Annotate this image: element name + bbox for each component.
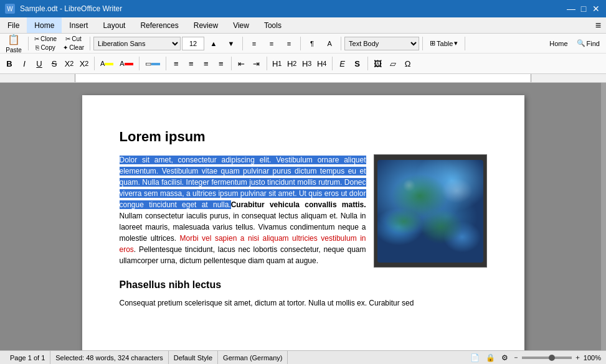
bullet-list-button[interactable]: ≡: [246, 35, 262, 52]
status-icon-lock[interactable]: 🔒: [484, 353, 497, 362]
align-left-button[interactable]: ≡: [169, 57, 183, 70]
heading2-button[interactable]: H2: [285, 57, 299, 70]
heading1-button[interactable]: H1: [270, 57, 284, 70]
menu-tools[interactable]: Tools: [257, 17, 289, 33]
special-char-button[interactable]: Ω: [401, 57, 415, 70]
document-heading2: Phasellus nibh lectus: [120, 278, 487, 292]
menu-insert[interactable]: Insert: [62, 17, 95, 33]
separator: [166, 57, 166, 70]
strong-button[interactable]: S: [351, 57, 364, 70]
vertical-scrollbar[interactable]: [601, 83, 606, 350]
align-center-button[interactable]: ≡: [184, 57, 198, 70]
separator: [267, 57, 267, 70]
titlebar-left: W Sample.odt - LibreOffice Writer: [5, 4, 122, 14]
minimize-button[interactable]: —: [566, 4, 576, 14]
paragraph-style-select[interactable]: Text Body: [344, 37, 419, 50]
separator: [139, 57, 140, 70]
home-button[interactable]: Home: [546, 35, 571, 52]
strikethrough-button[interactable]: S: [47, 57, 61, 70]
ruler-inner: [75, 74, 531, 82]
para2-text: Consequat pretium scelerisque sit amet, …: [120, 299, 414, 307]
font-color-button[interactable]: A: [117, 57, 135, 70]
font-name-select[interactable]: Liberation Sans: [93, 37, 181, 50]
highlight-color-button[interactable]: A: [98, 57, 116, 70]
increase-font-button[interactable]: ▲: [206, 35, 222, 52]
underline-button[interactable]: U: [32, 57, 46, 70]
insert-frame-button[interactable]: ▱: [386, 57, 400, 70]
window-controls[interactable]: — □ ✕: [566, 4, 601, 14]
toolbar-right: Home 🔍 Find: [546, 35, 604, 52]
document-heading1: Lorem ipsum: [120, 126, 487, 147]
bold-button[interactable]: B: [2, 57, 16, 70]
app-icon: W: [5, 4, 15, 14]
content-block: Dolor sit amet, consectetur adipiscing e…: [120, 154, 487, 268]
page-info: Page 1 of 1: [5, 351, 50, 364]
menu-file[interactable]: File: [0, 17, 27, 33]
numbered-list-button[interactable]: ≡: [263, 35, 280, 52]
heading4-button[interactable]: H4: [315, 57, 329, 70]
text-after-red: . Pellentesque tincidunt, lacus nec lobo…: [120, 245, 366, 265]
style-info: Default Style: [169, 351, 218, 364]
menu-view[interactable]: View: [225, 17, 257, 33]
menu-layout[interactable]: Layout: [95, 17, 133, 33]
menu-review[interactable]: Review: [186, 17, 225, 33]
table-button[interactable]: ⊞ Table▾: [426, 35, 462, 52]
menu-references[interactable]: References: [133, 17, 186, 33]
emphasis-button[interactable]: E: [336, 57, 349, 70]
zoom-in-button[interactable]: ＋: [574, 353, 581, 362]
zoom-level: 100%: [584, 354, 601, 362]
align-right-button[interactable]: ≡: [199, 57, 213, 70]
eraser-icon: ✦: [63, 44, 68, 51]
cut-button[interactable]: ✂ Cut: [60, 35, 87, 43]
separator: [422, 37, 423, 50]
window-title: Sample.odt - LibreOffice Writer: [20, 4, 122, 13]
document-area[interactable]: Lorem ipsum Dolor sit amet, consectetur …: [0, 83, 606, 350]
background-color-button[interactable]: ▭: [143, 57, 163, 70]
status-icon-doc[interactable]: 📄: [468, 353, 481, 362]
toolbar-row2: B I U S X2 X2 A A ▭ ≡ ≡ ≡ ≡ ⇤ ⇥ H1 H2 H3…: [0, 54, 606, 73]
maximize-button[interactable]: □: [579, 4, 589, 14]
find-icon: 🔍: [577, 39, 585, 47]
menubar: File Home Insert Layout References Revie…: [0, 17, 606, 34]
separator: [465, 37, 465, 50]
char-format-button[interactable]: A: [321, 35, 338, 52]
indent-increase-button[interactable]: ⇥: [250, 57, 263, 70]
outline-list-button[interactable]: ≡: [281, 35, 297, 52]
ruler: [0, 74, 606, 83]
earth-image-container: [374, 154, 487, 268]
subscript-button[interactable]: X2: [62, 57, 76, 70]
titlebar: W Sample.odt - LibreOffice Writer — □ ✕: [0, 0, 606, 17]
zoom-out-button[interactable]: －: [513, 353, 519, 362]
superscript-button[interactable]: X2: [77, 57, 91, 70]
decrease-font-button[interactable]: ▼: [223, 35, 239, 52]
bold-text: Curabitur vehicula convallis mattis.: [231, 200, 366, 209]
align-justify-button[interactable]: ≡: [214, 57, 228, 70]
zoom-controls: － ＋ 100%: [513, 353, 601, 362]
separator: [94, 57, 95, 70]
indent-decrease-button[interactable]: ⇤: [235, 57, 249, 70]
separator: [242, 37, 243, 50]
copy-button[interactable]: ⎘ Copy: [32, 44, 59, 52]
clear-button[interactable]: ✦ Clear: [60, 44, 87, 52]
clone-button[interactable]: ✂ Clone: [32, 35, 59, 43]
separator: [28, 37, 29, 50]
earth-image: [377, 160, 483, 263]
sidebar-toggle-button[interactable]: ≡: [590, 17, 606, 34]
status-icon-gear[interactable]: ⚙: [499, 353, 510, 362]
menu-home[interactable]: Home: [27, 17, 62, 33]
heading3-button[interactable]: H3: [300, 57, 314, 70]
paste-button[interactable]: 📋 Paste: [2, 35, 25, 52]
italic-button[interactable]: I: [17, 57, 31, 70]
zoom-slider[interactable]: [522, 357, 572, 359]
font-size-input[interactable]: [182, 37, 204, 50]
toolbar-row1: 📋 Paste ✂ Clone ⎘ Copy ✂ Cut ✦ Clear: [0, 34, 606, 54]
separator: [341, 37, 341, 50]
separator: [231, 57, 232, 70]
insert-image-button[interactable]: 🖼: [371, 57, 385, 70]
separator: [300, 37, 301, 50]
paragraph1: Dolor sit amet, consectetur adipiscing e…: [120, 154, 366, 266]
paragraph-button[interactable]: ¶: [304, 35, 320, 52]
separator: [90, 37, 90, 50]
close-button[interactable]: ✕: [591, 4, 601, 14]
find-button[interactable]: 🔍 Find: [573, 35, 604, 52]
